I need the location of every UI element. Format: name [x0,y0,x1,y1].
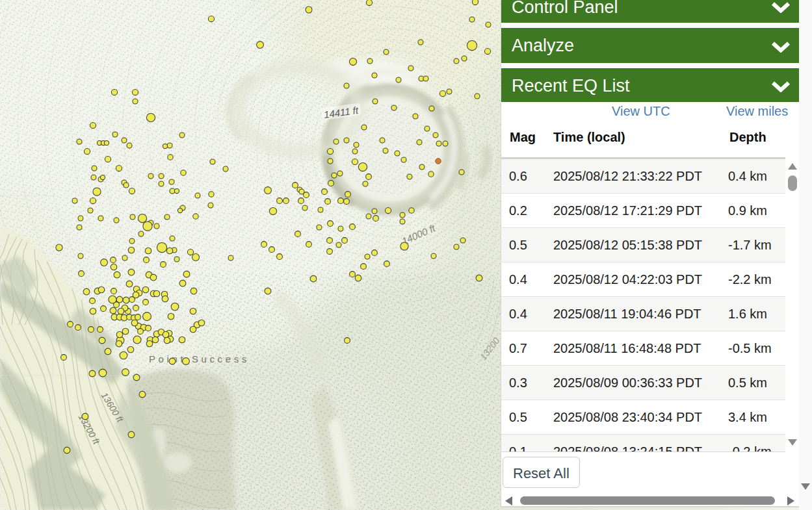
svg-text:Point Success: Point Success [149,353,250,364]
